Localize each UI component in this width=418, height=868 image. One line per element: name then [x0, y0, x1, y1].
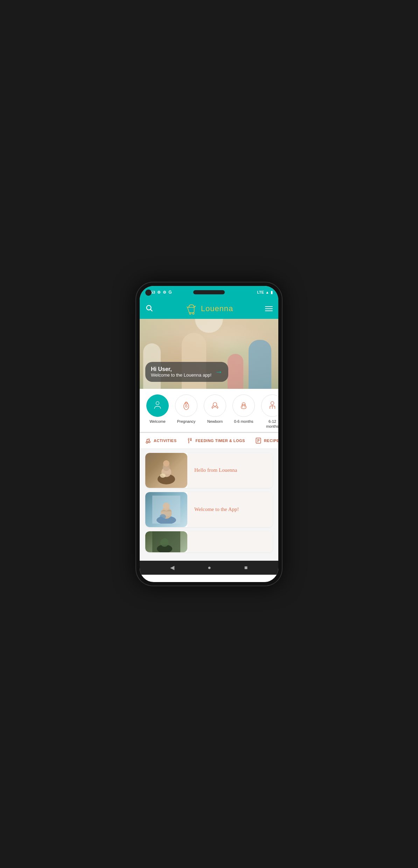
categories-scroll: Welcome Pregnancy — [140, 394, 278, 429]
status-right: LTE ▲ ▮ — [257, 290, 273, 295]
card-image-1 — [145, 453, 187, 488]
tab-feeding[interactable]: FEEDING TIMER & LOGS — [182, 433, 250, 448]
svg-point-5 — [184, 403, 189, 410]
network-label: LTE — [257, 290, 264, 294]
card-photo-svg-3 — [152, 531, 180, 552]
card-photo-svg-2 — [152, 496, 180, 524]
welcome-category-icon — [152, 400, 163, 411]
category-label-6-12months: 6-12months — [266, 419, 278, 429]
svg-point-7 — [185, 405, 187, 407]
category-label-newborn: Newborn — [207, 419, 223, 424]
card-content-3 — [187, 531, 273, 552]
svg-point-23 — [163, 503, 170, 510]
svg-point-2 — [189, 313, 191, 314]
svg-point-19 — [160, 474, 166, 478]
menu-button[interactable] — [265, 306, 273, 311]
hero-text: Hi User, Welcome to the Louenna app! — [151, 366, 211, 378]
svg-point-12 — [146, 441, 148, 443]
menu-line-3 — [265, 310, 273, 311]
svg-point-9 — [242, 402, 245, 406]
category-newborn[interactable]: Newborn — [203, 394, 227, 429]
categories-section: Welcome Pregnancy — [140, 389, 278, 433]
google-icon: G — [168, 290, 172, 295]
app-logo: Louenna — [185, 302, 234, 315]
card-image-2 — [145, 492, 187, 527]
svg-line-1 — [151, 309, 152, 311]
hero-welcome-card[interactable]: Hi User, Welcome to the Louenna app! → — [145, 362, 228, 382]
card-photo-svg-1 — [152, 456, 180, 484]
category-6-12months[interactable]: 6-12months — [260, 394, 278, 429]
content-card-3[interactable] — [145, 531, 273, 552]
category-circle-pregnancy — [175, 394, 197, 417]
card-title-2: Welcome to the App! — [194, 506, 239, 512]
svg-point-27 — [160, 538, 169, 547]
svg-point-8 — [213, 402, 217, 406]
category-circle-0-6months — [232, 394, 255, 417]
person-silhouette-3 — [249, 340, 271, 389]
svg-point-24 — [160, 514, 166, 519]
card-photo-1 — [145, 453, 187, 488]
newborn-category-icon — [209, 400, 221, 411]
pregnancy-category-icon — [181, 400, 192, 411]
app-name-label: Louenna — [201, 304, 234, 313]
svg-point-10 — [271, 401, 274, 405]
gear-icon-1: ⚙ — [157, 290, 161, 295]
card-image-3 — [145, 531, 187, 552]
speaker-notch — [193, 290, 225, 294]
svg-point-4 — [156, 401, 159, 405]
svg-point-0 — [147, 305, 151, 310]
content-card-2[interactable]: Welcome to the App! — [145, 492, 273, 527]
gear-icon-2: ⚙ — [163, 290, 166, 295]
category-0-6months[interactable]: 0-6 months — [231, 394, 256, 429]
activities-tab-icon — [145, 437, 152, 444]
6-12months-category-icon — [267, 400, 278, 411]
content-card-1[interactable]: Hello from Louenna — [145, 453, 273, 488]
category-label-0-6months: 0-6 months — [234, 419, 253, 424]
hero-section: Hi User, Welcome to the Louenna app! → — [140, 319, 278, 389]
search-button[interactable] — [145, 304, 153, 314]
svg-point-13 — [148, 441, 150, 442]
card-title-1: Hello from Louenna — [194, 467, 237, 473]
recipes-tab-icon — [255, 437, 262, 444]
category-circle-6-12months — [261, 394, 278, 417]
tab-activities[interactable]: ACTIVITIES — [140, 433, 182, 448]
activities-tab-label: ACTIVITIES — [154, 439, 177, 443]
tab-recipes[interactable]: RECIPES — [250, 433, 278, 448]
home-button[interactable]: ● — [208, 565, 211, 571]
hero-arrow-icon[interactable]: → — [215, 368, 223, 377]
recipes-tab-label: RECIPES — [264, 439, 278, 443]
bottom-navigation: ◀ ● ■ — [140, 561, 278, 575]
phone-shell: 11:53 ⚙ ⚙ G LTE ▲ ▮ — [135, 282, 283, 586]
card-content-1: Hello from Louenna — [187, 453, 273, 488]
hero-welcome-text: Welcome to the Louenna app! — [151, 372, 211, 378]
feeding-tab-label: FEEDING TIMER & LOGS — [196, 439, 245, 443]
card-photo-3 — [145, 531, 187, 552]
signal-icon: ▲ — [265, 290, 269, 294]
category-circle-welcome — [146, 394, 169, 417]
hero-greeting: Hi User, — [151, 366, 211, 372]
svg-point-3 — [193, 313, 194, 314]
app-header: Louenna — [140, 299, 278, 319]
card-content-2: Welcome to the App! — [187, 492, 273, 527]
camera-notch — [145, 289, 152, 296]
back-button[interactable]: ◀ — [170, 564, 174, 571]
content-section: Hello from Louenna — [140, 449, 278, 561]
phone-screen: 11:53 ⚙ ⚙ G LTE ▲ ▮ — [140, 286, 278, 582]
battery-icon: ▮ — [271, 290, 273, 295]
0-6months-category-icon — [238, 400, 249, 411]
menu-line-1 — [265, 306, 273, 307]
recents-button[interactable]: ■ — [244, 565, 248, 571]
feeding-tab-icon — [187, 437, 194, 444]
svg-point-18 — [163, 460, 169, 467]
menu-line-2 — [265, 308, 273, 309]
person-silhouette-4 — [228, 354, 243, 389]
logo-stroller-icon — [185, 302, 198, 315]
category-label-welcome: Welcome — [149, 419, 166, 424]
category-label-pregnancy: Pregnancy — [177, 419, 196, 424]
tab-navigation: ACTIVITIES FEEDING TIMER & LOGS RECIPES — [140, 433, 278, 449]
card-photo-2 — [145, 492, 187, 527]
category-pregnancy[interactable]: Pregnancy — [174, 394, 198, 429]
category-circle-newborn — [204, 394, 226, 417]
category-welcome[interactable]: Welcome — [145, 394, 170, 429]
